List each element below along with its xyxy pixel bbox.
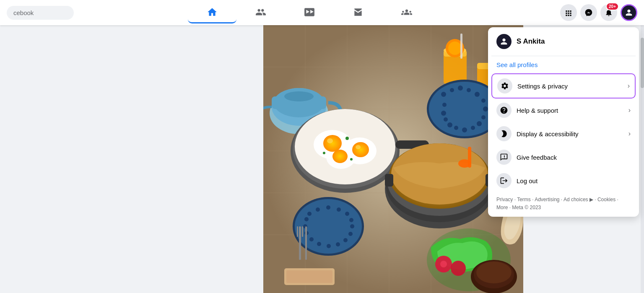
notification-count-badge: 20+ xyxy=(606,3,619,10)
svg-point-59 xyxy=(307,212,312,216)
nav-watch-button[interactable] xyxy=(285,2,334,23)
svg-point-74 xyxy=(304,217,309,221)
svg-point-47 xyxy=(483,106,488,111)
display-accessibility-item[interactable]: Display & accessibility › xyxy=(491,122,636,145)
svg-rect-91 xyxy=(297,226,298,237)
svg-point-49 xyxy=(477,121,482,126)
svg-rect-36 xyxy=(460,34,462,59)
nav-groups-button[interactable] xyxy=(382,2,431,23)
svg-point-42 xyxy=(450,88,454,92)
settings-icon-container xyxy=(497,78,512,93)
svg-point-69 xyxy=(327,244,331,248)
notifications-button[interactable]: 20+ xyxy=(600,4,617,21)
svg-point-71 xyxy=(309,237,314,241)
help-chevron-icon: › xyxy=(628,106,631,114)
svg-point-61 xyxy=(326,205,330,210)
search-input[interactable] xyxy=(7,6,74,20)
svg-point-35 xyxy=(448,41,462,55)
svg-point-46 xyxy=(481,99,486,103)
svg-point-43 xyxy=(458,86,463,91)
give-feedback-item[interactable]: Give feedback xyxy=(491,145,636,169)
svg-point-87 xyxy=(440,261,447,267)
svg-point-96 xyxy=(476,262,512,283)
dropdown-menu: S Ankita See all profiles Settings & pri… xyxy=(488,27,639,217)
menu-button[interactable] xyxy=(560,4,577,21)
display-accessibility-label: Display & accessibility xyxy=(517,130,623,137)
help-icon-container xyxy=(496,103,512,118)
settings-privacy-item[interactable]: Settings & privacy › xyxy=(491,73,636,99)
svg-point-50 xyxy=(471,126,475,130)
navbar: 20+ xyxy=(0,0,644,25)
nav-home-button[interactable] xyxy=(188,2,236,23)
svg-point-51 xyxy=(462,127,467,132)
give-feedback-label: Give feedback xyxy=(517,154,631,161)
more-link[interactable]: More xyxy=(496,205,508,210)
scrollbar-thumb[interactable] xyxy=(641,38,644,88)
flag-icon xyxy=(500,153,508,161)
question-icon xyxy=(500,106,508,114)
display-icon-container xyxy=(496,126,512,141)
food-image xyxy=(263,25,523,293)
svg-rect-92 xyxy=(302,226,303,237)
svg-point-53 xyxy=(447,122,452,127)
food-photo-svg xyxy=(263,25,523,293)
navbar-left xyxy=(7,6,107,20)
svg-point-54 xyxy=(444,117,448,122)
svg-point-41 xyxy=(441,92,446,97)
nav-friends-button[interactable] xyxy=(236,2,285,23)
dropdown-avatar xyxy=(496,34,512,49)
scrollbar-track[interactable] xyxy=(641,25,644,293)
svg-point-63 xyxy=(345,212,349,216)
svg-point-24 xyxy=(352,142,369,157)
dropdown-divider-1 xyxy=(491,56,636,56)
terms-link[interactable]: Terms xyxy=(517,197,531,202)
svg-point-23 xyxy=(323,135,342,152)
svg-rect-81 xyxy=(468,147,471,168)
svg-point-56 xyxy=(442,103,447,107)
dropdown-username: S Ankita xyxy=(517,37,545,46)
svg-point-86 xyxy=(451,261,466,276)
user-avatar-icon xyxy=(499,37,509,46)
svg-point-28 xyxy=(345,137,349,140)
svg-point-48 xyxy=(481,115,486,119)
svg-point-27 xyxy=(356,145,361,149)
dropdown-footer: Privacy · Terms · Advertising · Ad choic… xyxy=(491,192,636,213)
svg-point-55 xyxy=(441,111,446,116)
svg-rect-90 xyxy=(299,226,301,260)
display-chevron-icon: › xyxy=(628,130,631,137)
svg-point-66 xyxy=(348,232,353,236)
nav-marketplace-button[interactable] xyxy=(334,2,382,23)
svg-point-60 xyxy=(316,207,320,212)
advertising-link[interactable]: Advertising xyxy=(535,197,559,202)
logout-icon-container xyxy=(496,173,512,188)
profile-avatar-button[interactable] xyxy=(621,4,637,21)
navbar-center xyxy=(107,2,512,23)
svg-point-65 xyxy=(350,224,354,228)
log-out-item[interactable]: Log out xyxy=(491,169,636,192)
svg-point-15 xyxy=(284,91,314,101)
svg-point-64 xyxy=(349,218,353,222)
dropdown-profile-section: S Ankita xyxy=(491,31,636,54)
copyright-text: Meta © 2023 xyxy=(512,205,541,210)
avatar-inner xyxy=(622,5,636,20)
svg-rect-82 xyxy=(385,174,393,187)
ad-choices-link[interactable]: Ad choices xyxy=(564,197,588,202)
settings-privacy-label: Settings & privacy xyxy=(517,83,623,90)
moon-icon xyxy=(500,130,508,138)
svg-point-52 xyxy=(454,126,458,130)
help-support-item[interactable]: Help & support › xyxy=(491,99,636,122)
privacy-link[interactable]: Privacy xyxy=(496,197,513,202)
feedback-icon-container xyxy=(496,150,512,165)
svg-rect-93 xyxy=(305,226,307,260)
svg-point-68 xyxy=(336,242,340,246)
help-support-label: Help & support xyxy=(517,107,623,114)
svg-point-29 xyxy=(323,152,325,154)
see-all-profiles-link[interactable]: See all profiles xyxy=(491,58,636,72)
svg-point-30 xyxy=(350,158,353,161)
svg-point-67 xyxy=(343,238,348,242)
left-sidebar xyxy=(0,25,143,293)
cookies-link[interactable]: Cookies xyxy=(597,197,615,202)
svg-point-44 xyxy=(467,88,471,92)
svg-point-62 xyxy=(337,207,341,212)
messenger-button[interactable] xyxy=(580,4,597,21)
